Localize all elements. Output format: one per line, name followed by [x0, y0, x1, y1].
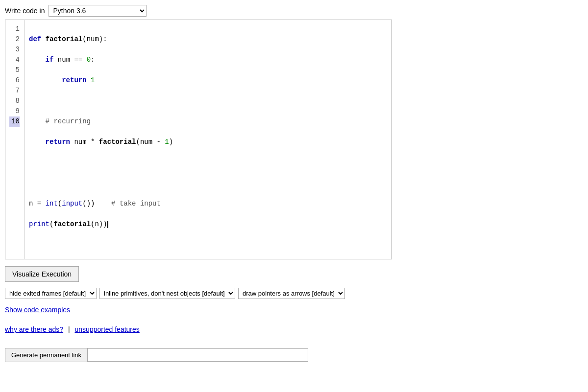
permanent-link-input[interactable]	[88, 348, 308, 362]
write-code-row: Write code in Python 3.6 Python 2.7 Java…	[5, 5, 583, 17]
code-line-2: if num == 0:	[29, 55, 388, 65]
code-line-6: return num * factorial(num - 1)	[29, 137, 388, 147]
language-select[interactable]: Python 3.6 Python 2.7 Java JavaScript C …	[49, 5, 147, 17]
write-code-label: Write code in	[5, 7, 45, 15]
permanent-link-row: Generate permanent link	[5, 348, 583, 362]
code-line-9: n = int(input()) # take input	[29, 199, 388, 209]
primitives-select[interactable]: inline primitives, don't nest objects [d…	[99, 288, 235, 299]
generate-permanent-link-button[interactable]: Generate permanent link	[5, 348, 88, 362]
code-line-8	[29, 178, 388, 188]
code-line-5: # recurring	[29, 116, 388, 127]
footer-separator: |	[68, 325, 70, 333]
pointers-select[interactable]: draw pointers as arrows [default] use te…	[238, 288, 345, 299]
unsupported-features-link[interactable]: unsupported features	[75, 325, 140, 333]
show-code-examples-link[interactable]: Show code examples	[5, 306, 70, 314]
code-line-1: def factorial(num):	[29, 34, 388, 45]
code-line-4	[29, 96, 388, 106]
code-editor[interactable]: 1 2 3 4 5 6 7 8 9 10 def factorial(num):…	[5, 20, 392, 259]
visualize-execution-button[interactable]: Visualize Execution	[5, 266, 79, 282]
code-line-10: print(factorial(n))	[29, 219, 388, 230]
frames-select[interactable]: hide exited frames [default] show all fr…	[5, 288, 97, 299]
line-numbers: 1 2 3 4 5 6 7 8 9 10	[5, 20, 25, 259]
controls-area: Visualize Execution hide exited frames […	[5, 266, 583, 362]
code-line-7	[29, 158, 388, 168]
footer-links: why are there ads? | unsupported feature…	[5, 325, 583, 333]
options-row: hide exited frames [default] show all fr…	[5, 288, 583, 299]
code-content[interactable]: def factorial(num): if num == 0: return …	[25, 20, 392, 259]
why-ads-link[interactable]: why are there ads?	[5, 325, 63, 333]
code-line-3: return 1	[29, 75, 388, 86]
